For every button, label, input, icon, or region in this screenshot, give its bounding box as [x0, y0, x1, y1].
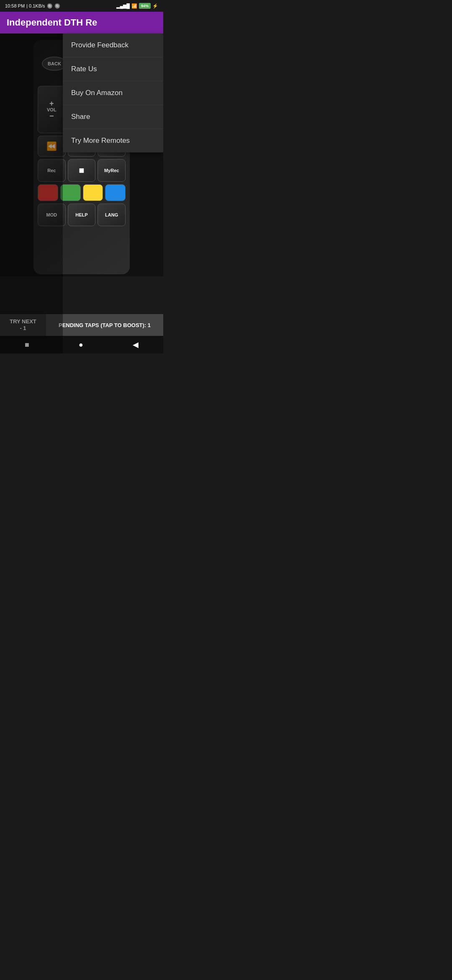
status-left: 10:58 PM | 0.1KB/s 🔘 🔘 — [5, 3, 60, 9]
menu-item-try-more-remotes[interactable]: Try More Remotes — [63, 129, 163, 152]
app-header: Independent DTH Re — [0, 12, 163, 34]
lang-button[interactable]: LANG — [98, 204, 126, 226]
dropdown-menu: Provide Feedback Rate Us Buy On Amazon S… — [63, 34, 163, 152]
yellow-button[interactable] — [83, 184, 103, 201]
wifi-icon: 📶 — [131, 3, 137, 9]
stop-button[interactable]: ■ — [68, 159, 96, 182]
charging-icon: ⚡ — [152, 3, 158, 9]
nav-back-icon[interactable]: ◀ — [133, 340, 139, 349]
menu-item-buy-on-amazon[interactable]: Buy On Amazon — [63, 81, 163, 105]
app-title: Independent DTH Re — [7, 17, 157, 28]
help-label: HELP — [75, 212, 87, 217]
green-button[interactable] — [60, 184, 81, 201]
nav-home-icon[interactable]: ● — [79, 340, 83, 349]
signal-icon: ▂▄▆█ — [116, 3, 130, 9]
menu-item-provide-feedback[interactable]: Provide Feedback — [63, 34, 163, 57]
lang-label: LANG — [105, 212, 118, 217]
menu-item-share[interactable]: Share — [63, 105, 163, 129]
location-icon: 🔘 — [54, 3, 60, 9]
menu-item-rate-us[interactable]: Rate Us — [63, 57, 163, 81]
stop-icon: ■ — [79, 165, 84, 176]
time-display: 10:58 PM — [5, 3, 25, 8]
pending-taps-button[interactable]: PENDING TAPS (TAP TO BOOST): 1 — [46, 314, 163, 336]
status-bar: 10:58 PM | 0.1KB/s 🔘 🔘 ▂▄▆█ 📶 94% ⚡ — [0, 0, 163, 12]
pending-taps-label: PENDING TAPS (TAP TO BOOST): 1 — [59, 322, 151, 328]
overlay-dim[interactable] — [0, 34, 63, 353]
battery-display: 94% — [139, 3, 151, 9]
vpn-icon: 🔘 — [47, 3, 53, 9]
myrec-label: MyRec — [104, 168, 119, 173]
blue-button[interactable] — [105, 184, 126, 201]
help-button[interactable]: HELP — [68, 204, 96, 226]
speed-display: | 0.1KB/s — [26, 3, 45, 8]
myrec-button[interactable]: MyRec — [98, 159, 126, 182]
status-right: ▂▄▆█ 📶 94% ⚡ — [116, 3, 158, 9]
